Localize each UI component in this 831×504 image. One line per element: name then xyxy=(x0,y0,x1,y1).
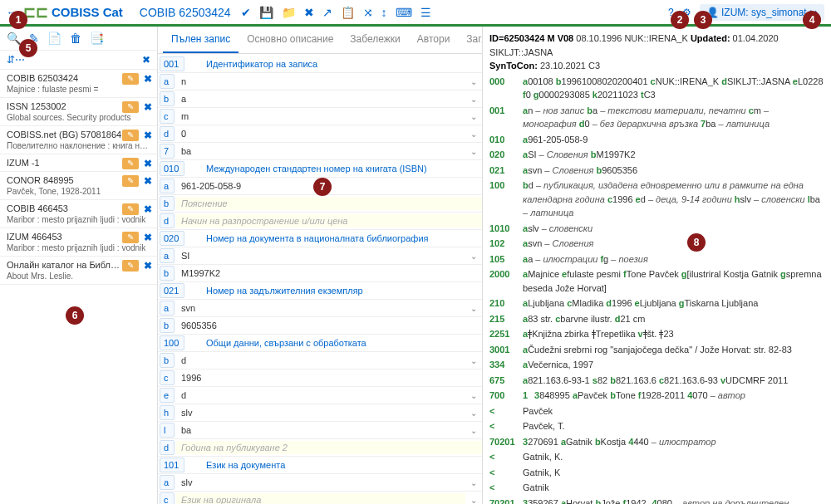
folder-icon[interactable]: 📁 xyxy=(282,6,296,19)
subfield-value[interactable]: M1997K2 xyxy=(176,267,482,280)
subfield-code[interactable]: c xyxy=(160,109,175,124)
record-item[interactable]: COBIB 62503424Majnice : fulaste pesmi =✎… xyxy=(0,70,157,98)
tab[interactable]: Пълен запис xyxy=(163,27,238,53)
subfield-value[interactable]: slv xyxy=(176,406,465,419)
record-item[interactable]: COBISS.net (BG) 57081864Повелително накл… xyxy=(0,126,157,154)
field-tag[interactable]: 101 xyxy=(160,458,184,472)
tab[interactable]: Автори xyxy=(409,27,459,53)
sort-toggle-icon[interactable]: ⇵ xyxy=(7,54,15,66)
record-item[interactable]: COBIB 466453Maribor : mesto prijaznih lj… xyxy=(0,200,157,228)
tab[interactable]: Забележки xyxy=(342,27,408,53)
chevron-down-icon[interactable]: ⌄ xyxy=(465,77,482,86)
subfield-value[interactable]: d xyxy=(176,354,465,367)
record-item[interactable]: CONOR 848995Pavček, Tone, 1928-2011✎✖ xyxy=(0,172,157,200)
record-item[interactable]: Онлайн каталог на Библ…About Mrs. Leslie… xyxy=(0,257,157,285)
subfield-value[interactable]: Начин на разпространение и/или цена xyxy=(176,214,482,228)
chevron-down-icon[interactable]: ⌄ xyxy=(465,496,482,505)
subfield-code[interactable]: a xyxy=(160,179,175,193)
export-icon[interactable]: ↗ xyxy=(322,6,332,19)
subfield-code[interactable]: e xyxy=(160,388,175,403)
chevron-down-icon[interactable]: ⌄ xyxy=(465,95,482,104)
subfield-code[interactable]: l xyxy=(160,423,175,438)
chevron-down-icon[interactable]: ⌄ xyxy=(465,426,482,435)
delete-button[interactable]: ✖ xyxy=(144,260,152,272)
delete-button[interactable]: ✖ xyxy=(144,175,152,187)
shuffle-icon[interactable]: ⤨ xyxy=(363,6,373,19)
chevron-down-icon[interactable]: ⌄ xyxy=(465,478,482,487)
list-icon[interactable]: ☰ xyxy=(420,6,431,19)
new-icon[interactable]: 📄 xyxy=(47,32,61,45)
edit-button[interactable]: ✎ xyxy=(122,101,139,113)
chevron-down-icon[interactable]: ⌄ xyxy=(465,409,482,418)
close-icon[interactable]: ✖ xyxy=(304,6,314,19)
subfield-value[interactable]: 0 xyxy=(176,127,465,140)
clear-icon[interactable]: ✖ xyxy=(142,54,150,66)
delete-button[interactable]: ✖ xyxy=(144,101,152,113)
subfield-code[interactable]: a xyxy=(160,475,175,490)
delete-button[interactable]: ✖ xyxy=(144,232,152,243)
subfield-code[interactable]: d xyxy=(160,440,175,455)
subfield-value[interactable]: m xyxy=(176,110,465,123)
subfield-value[interactable]: svn xyxy=(176,301,465,315)
tab[interactable]: Заглавия xyxy=(458,27,482,53)
subfield-code[interactable]: b xyxy=(160,353,175,368)
subfield-code[interactable]: b xyxy=(160,266,175,281)
save-icon[interactable]: 💾 xyxy=(259,6,273,19)
subfield-value[interactable]: ba xyxy=(176,144,465,158)
chevron-down-icon[interactable]: ⌄ xyxy=(465,112,482,121)
copy-icon[interactable]: 📋 xyxy=(341,6,355,19)
edit-button[interactable]: ✎ xyxy=(122,73,139,85)
edit-button[interactable]: ✎ xyxy=(122,260,139,272)
subfield-code[interactable]: a xyxy=(160,248,175,263)
chevron-down-icon[interactable]: ⌄ xyxy=(465,356,482,365)
subfield-value[interactable]: Език на оригинала xyxy=(176,493,465,504)
subfield-value[interactable]: slv xyxy=(176,476,465,489)
subfield-code[interactable]: b xyxy=(160,91,175,106)
subfield-value[interactable]: d xyxy=(176,389,465,402)
kbd-icon[interactable]: ⌨ xyxy=(396,6,412,19)
subfield-value[interactable]: a xyxy=(176,92,465,105)
delete-button[interactable]: ✖ xyxy=(144,130,152,141)
subfield-value[interactable]: 9605356 xyxy=(176,319,482,332)
subfield-code[interactable]: h xyxy=(160,405,175,420)
chevron-down-icon[interactable]: ⌄ xyxy=(465,130,482,139)
edit-button[interactable]: ✎ xyxy=(122,175,139,187)
chevron-down-icon[interactable]: ⌄ xyxy=(465,391,482,400)
record-item[interactable]: IZUM -1✎✖ xyxy=(0,154,157,172)
trash-icon[interactable]: 🗑 xyxy=(70,32,81,45)
delete-button[interactable]: ✖ xyxy=(144,158,152,169)
record-item[interactable]: IZUM 466453Maribor : mesto prijaznih lju… xyxy=(0,228,157,257)
subfield-value[interactable]: Пояснение xyxy=(176,197,482,210)
subfield-value[interactable]: SI xyxy=(176,249,465,262)
subfield-code[interactable]: a xyxy=(160,74,175,89)
search-icon[interactable]: 🔍 xyxy=(7,32,21,45)
edit-button[interactable]: ✎ xyxy=(122,158,139,169)
sort-icon[interactable]: ↕ xyxy=(381,6,387,19)
chevron-down-icon[interactable]: ⌄ xyxy=(465,304,482,313)
delete-button[interactable]: ✖ xyxy=(144,203,152,215)
edit-button[interactable]: ✎ xyxy=(122,203,139,215)
subfield-value[interactable]: Година на публикуване 2 xyxy=(176,441,482,454)
edit-button[interactable]: ✎ xyxy=(122,232,139,243)
chevron-down-icon[interactable]: ⌄ xyxy=(465,252,482,261)
field-tag[interactable]: 021 xyxy=(160,283,184,298)
subfield-value[interactable]: n xyxy=(176,75,465,88)
subfield-code[interactable]: c xyxy=(160,370,175,385)
subfield-code[interactable]: b xyxy=(160,196,175,211)
subfield-code[interactable]: a xyxy=(160,301,175,316)
subfield-code[interactable]: b xyxy=(160,318,175,333)
tab[interactable]: Основно описание xyxy=(238,27,342,53)
subfield-code[interactable]: d xyxy=(160,213,175,228)
chevron-down-icon[interactable]: ⌄ xyxy=(465,147,482,156)
record-item[interactable]: ISSN 1253002Global sources. Security pro… xyxy=(0,98,157,126)
field-tag[interactable]: 020 xyxy=(160,231,184,246)
subfield-code[interactable]: c xyxy=(160,492,175,504)
check-icon[interactable]: ✔ xyxy=(241,6,251,19)
field-tag[interactable]: 100 xyxy=(160,335,184,350)
subfield-code[interactable]: 7 xyxy=(160,144,175,159)
subfield-value[interactable]: ba xyxy=(176,423,465,437)
field-tag[interactable]: 001 xyxy=(160,56,184,71)
subfield-code[interactable]: d xyxy=(160,126,175,141)
field-tag[interactable]: 010 xyxy=(160,161,184,176)
duplicate-icon[interactable]: 📑 xyxy=(90,32,104,45)
